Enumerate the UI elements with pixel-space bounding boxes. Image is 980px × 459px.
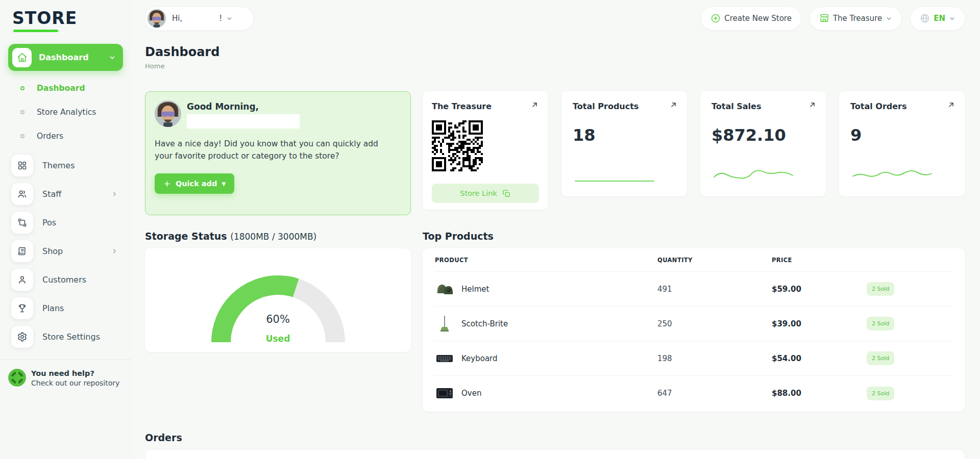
sidebar-item-label: Plans — [42, 303, 64, 313]
chevron-down-icon — [226, 15, 233, 22]
globe-icon — [920, 13, 930, 23]
scotch-brite-image — [435, 314, 454, 334]
col-header-quantity: QUANTITY — [657, 257, 772, 264]
product-price: $88.00 — [772, 389, 867, 398]
top-products-heading: Top Products — [423, 231, 965, 242]
stat-value: 9 — [850, 125, 953, 145]
help-link[interactable]: Check out our repository — [31, 379, 119, 387]
table-row[interactable]: Scotch-Brite 250 $39.00 2 Sold — [435, 307, 952, 341]
sidebar-item-label: Staff — [42, 189, 61, 199]
sidebar-subnav: Dashboard Store Analytics Orders — [0, 76, 131, 148]
main-content: Hi, ! Create New Store The Trea — [131, 0, 980, 459]
avatar — [155, 100, 181, 127]
sidebar-navlist: Themes Staff Pos S — [0, 151, 131, 351]
qr-code — [432, 120, 483, 171]
product-name: Oven — [461, 389, 481, 398]
sparkline-wave — [851, 161, 933, 185]
storage-card: 60% Used — [145, 248, 411, 352]
store-selector[interactable]: The Treasure — [810, 7, 901, 30]
sidebar-item-dashboard-group[interactable]: Dashboard — [8, 44, 123, 71]
storage-used-label: Used — [211, 334, 345, 344]
sidebar-item-label: Dashboard — [37, 84, 85, 93]
greeting-title: Good Morning, — [187, 101, 300, 112]
chevron-down-icon — [886, 15, 892, 22]
arrow-up-right-icon[interactable] — [947, 100, 955, 109]
sparkline-wave — [713, 161, 794, 185]
sidebar-item-label: Pos — [42, 218, 56, 227]
table-row[interactable]: Oven 647 $88.00 2 Sold — [435, 376, 952, 411]
arrow-up-right-icon[interactable] — [808, 100, 817, 109]
users-icon — [11, 183, 33, 205]
page-head: Dashboard Home — [145, 45, 965, 70]
receipt-icon — [11, 240, 33, 262]
stat-card-total-products: Total Products 18 — [561, 91, 687, 196]
gear-icon — [11, 326, 33, 348]
stat-card-total-sales: Total Sales $872.10 — [700, 91, 826, 196]
sidebar-item-customers[interactable]: Customers — [0, 265, 131, 294]
store-card-title: The Treasure — [432, 101, 539, 111]
sidebar-item-label: Store Settings — [42, 332, 100, 342]
help-section[interactable]: You need help? Check out our repository — [0, 360, 131, 387]
sidebar-item-orders[interactable]: Orders — [0, 124, 131, 148]
sidebar-item-plans[interactable]: Plans — [0, 294, 131, 322]
product-quantity: 198 — [657, 354, 772, 363]
sold-badge: 2 Sold — [867, 317, 894, 330]
arrow-up-right-icon[interactable] — [669, 100, 678, 109]
sidebar-item-pos[interactable]: Pos — [0, 208, 131, 237]
sparkline-flat — [574, 161, 655, 185]
user-icon — [11, 269, 33, 291]
chevron-right-icon — [111, 248, 118, 254]
breadcrumb[interactable]: Home — [145, 62, 965, 70]
store-link-button[interactable]: Store Link — [432, 184, 539, 203]
sidebar-item-dashboard[interactable]: Dashboard — [0, 76, 131, 100]
col-header-price: PRICE — [772, 257, 867, 264]
page-title: Dashboard — [145, 45, 965, 59]
chevron-down-icon — [949, 15, 955, 22]
orders-section: Orders — [145, 432, 965, 459]
sidebar-item-staff[interactable]: Staff — [0, 180, 131, 208]
storage-percent: 60% — [211, 313, 345, 325]
brand-logo-text: STORE — [12, 8, 131, 28]
product-name: Scotch-Brite — [461, 319, 508, 328]
product-quantity: 491 — [657, 285, 772, 294]
sidebar-group-label: Dashboard — [39, 53, 109, 62]
orders-heading: Orders — [145, 432, 965, 443]
storage-section: Storage Status (1800MB / 3000MB) 60% Use… — [145, 231, 411, 352]
sidebar-item-store-settings[interactable]: Store Settings — [0, 322, 131, 351]
language-selector[interactable]: EN — [911, 7, 965, 30]
table-row[interactable]: Keyboard 198 $54.00 2 Sold — [435, 341, 952, 376]
stat-value: $872.10 — [712, 125, 815, 145]
create-new-store-button[interactable]: Create New Store — [701, 7, 801, 30]
storage-subtitle: (1800MB / 3000MB) — [230, 232, 316, 242]
storage-heading: Storage Status (1800MB / 3000MB) — [145, 231, 411, 242]
trophy-icon — [11, 297, 33, 319]
arrow-up-right-icon[interactable] — [530, 100, 539, 109]
store-selector-label: The Treasure — [833, 14, 882, 23]
brand-logo[interactable]: STORE — [0, 0, 131, 32]
brand-logo-underline — [13, 30, 58, 32]
topbar: Hi, ! Create New Store The Trea — [145, 0, 965, 37]
quick-add-button[interactable]: Quick add ▼ — [155, 173, 234, 194]
pos-icon — [11, 212, 33, 234]
product-quantity: 250 — [657, 319, 772, 328]
stat-title: Total Products — [573, 101, 676, 111]
store-qr-card: The Treasure Store Link — [423, 91, 548, 210]
col-header-product: PRODUCT — [435, 257, 657, 264]
sidebar-item-label: Store Analytics — [37, 108, 96, 117]
sidebar-item-themes[interactable]: Themes — [0, 151, 131, 180]
grid-icon — [11, 155, 33, 176]
sidebar-item-store-analytics[interactable]: Store Analytics — [0, 100, 131, 124]
copy-icon — [502, 189, 511, 198]
table-row[interactable]: Helmet 491 $59.00 2 Sold — [435, 272, 952, 307]
sidebar: STORE Dashboard Dashboard Store Analytic… — [0, 0, 131, 459]
sidebar-item-shop[interactable]: Shop — [0, 237, 131, 265]
storage-gauge: 60% Used — [211, 275, 345, 347]
top-products-section: Top Products PRODUCT QUANTITY PRICE — [423, 231, 965, 412]
lifebuoy-icon — [8, 369, 26, 387]
cards-row: Good Morning, Have a nice day! Did you k… — [145, 91, 965, 215]
oven-image — [435, 384, 454, 403]
help-texts: You need help? Check out our repository — [31, 369, 119, 387]
user-menu[interactable]: Hi, ! — [145, 7, 253, 30]
greeting-suffix: ! — [219, 14, 222, 23]
greeting-message: Have a nice day! Did you know that you c… — [155, 138, 389, 162]
